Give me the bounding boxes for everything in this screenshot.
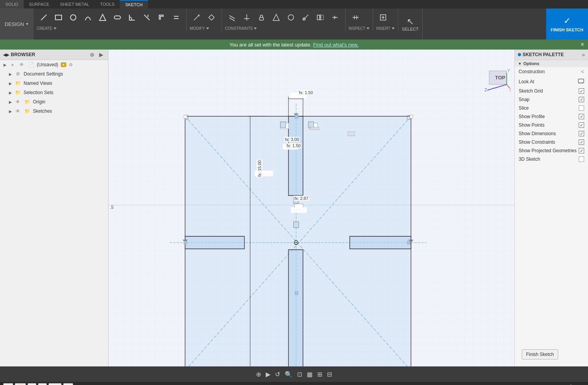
palette-section-label: Options — [523, 61, 540, 66]
fx-label-bottom1: fx: 2.87 — [294, 196, 309, 201]
timeline-end[interactable]: ⏭ — [63, 383, 73, 385]
svg-line-89 — [579, 83, 580, 84]
palette-collapse[interactable]: » — [582, 52, 585, 58]
palette-show-profile[interactable]: Show Profile — [515, 112, 588, 121]
constraint-extra[interactable] — [328, 9, 342, 26]
show-constraints-checkbox[interactable] — [579, 139, 584, 145]
view-cube[interactable]: TOP Y X Z — [483, 65, 507, 88]
nav-icon-zoom[interactable]: 🔍 — [283, 370, 294, 379]
palette-show-constraints[interactable]: Show Constraints — [515, 138, 588, 146]
nav-icon-view[interactable]: ⊟ — [325, 370, 334, 379]
insert-section-label: INSERT — [376, 26, 390, 31]
browser-origin[interactable]: ▶ 👁 📁 Origin — [0, 97, 108, 107]
svg-marker-9 — [53, 28, 57, 29]
construction-icon[interactable]: < — [581, 69, 584, 75]
nav-icon-orbit[interactable]: ↺ — [273, 370, 282, 379]
palette-show-projected[interactable]: Show Projected Geometries — [515, 146, 588, 155]
slice-checkbox[interactable] — [579, 105, 584, 111]
circle-tool[interactable] — [66, 9, 80, 26]
rectangle-tool[interactable] — [52, 9, 65, 26]
browser-title: BROWSER — [11, 52, 35, 57]
browser-named-views[interactable]: ▶ 📁 Named Views — [0, 79, 108, 88]
palette-look-at[interactable]: Look At — [515, 76, 588, 87]
nav-icon-2[interactable]: ▶ — [264, 370, 272, 379]
look-at-icon[interactable] — [578, 78, 584, 85]
browser-document-settings[interactable]: ▶ ⚙ Document Settings — [0, 69, 108, 79]
fillet-tool[interactable] — [125, 9, 139, 26]
svg-rect-39 — [289, 250, 303, 366]
tab-sheet-metal[interactable]: SHEET METAL — [55, 0, 95, 9]
constraint-mirror[interactable] — [313, 9, 327, 26]
timeline-settings[interactable]: ⚙ — [576, 383, 585, 385]
fx-label-inner2: fx: 1.50 — [286, 143, 301, 148]
tab-solid[interactable]: SOLID — [0, 0, 24, 9]
offset-tool[interactable] — [155, 9, 168, 26]
3d-sketch-checkbox[interactable] — [579, 156, 584, 162]
palette-options-header[interactable]: ▼ Options — [515, 60, 588, 67]
svg-marker-3 — [100, 14, 106, 21]
trim-tool[interactable] — [140, 9, 154, 26]
modify-tool-2[interactable] — [205, 9, 218, 26]
equal-tool[interactable] — [169, 9, 183, 26]
design-button[interactable]: DESIGN ▼ — [0, 9, 34, 40]
constraint-perpendicular[interactable] — [240, 9, 254, 26]
constraint-triangle[interactable] — [269, 9, 283, 26]
triangle-tool[interactable] — [96, 9, 110, 26]
nav-icon-display[interactable]: ▦ — [305, 370, 314, 379]
palette-3d-sketch[interactable]: 3D Sketch — [515, 155, 588, 163]
show-profile-checkbox[interactable] — [579, 114, 584, 119]
timeline-play-prev[interactable]: ◀ — [28, 383, 36, 385]
palette-show-dimensions[interactable]: Show Dimensions — [515, 129, 588, 138]
palette-title: SKETCH PALETTE — [523, 52, 564, 57]
constraint-circle[interactable] — [284, 9, 298, 26]
finish-sketch-button[interactable]: ✓ FINISH SKETCH — [546, 9, 588, 40]
palette-snap[interactable]: Snap — [515, 95, 588, 104]
browser-sketches[interactable]: ▶ 👁 📁 Sketches — [0, 107, 108, 116]
constraint-tangent[interactable] — [299, 9, 313, 26]
show-projected-checkbox[interactable] — [579, 148, 584, 153]
tab-surface[interactable]: SURFACE — [24, 0, 55, 9]
notification-close[interactable]: × — [581, 41, 584, 48]
inspect-section-label: INSPECT — [349, 26, 365, 31]
arc-tool[interactable] — [81, 9, 95, 26]
line-tool[interactable] — [37, 9, 51, 26]
show-dimensions-checkbox[interactable] — [579, 131, 584, 136]
palette-show-points[interactable]: Show Points — [515, 121, 588, 129]
palette-sketch-grid[interactable]: Sketch Grid — [515, 87, 588, 95]
browser-item-unsaved[interactable]: ▶ ● 👁 📄 (Unsaved) ● ⚙ — [0, 60, 108, 69]
slot-tool[interactable] — [110, 9, 124, 26]
show-points-checkbox[interactable] — [579, 122, 584, 128]
design-dropdown-icon: ▼ — [26, 22, 29, 26]
palette-finish-sketch-btn[interactable]: Finish Sketch — [522, 349, 558, 359]
snap-checkbox[interactable] — [579, 97, 584, 102]
svg-line-0 — [41, 15, 46, 20]
sketch-grid-checkbox[interactable] — [579, 88, 584, 94]
finish-sketch-label: FINISH SKETCH — [551, 28, 583, 32]
browser-expand-btn[interactable]: ⊕ — [88, 51, 96, 58]
timeline-prev[interactable]: ⏪ — [15, 383, 26, 385]
notification-bar: You are all set with the latest update. … — [0, 40, 588, 50]
timeline-start[interactable]: ⏮ — [3, 383, 13, 385]
svg-rect-41 — [350, 236, 411, 249]
notification-link[interactable]: Find out what's new. — [313, 42, 358, 48]
select-button[interactable]: ↖ SELECT — [398, 9, 423, 40]
inspect-tool[interactable] — [349, 9, 363, 26]
timeline-play[interactable]: ▶ — [38, 383, 47, 385]
svg-line-90 — [582, 83, 583, 84]
palette-slice[interactable]: Slice — [515, 104, 588, 112]
nav-icon-grid[interactable]: ⊞ — [316, 370, 324, 379]
browser-collapse-btn[interactable]: ▶ — [98, 51, 105, 58]
timeline-play-next[interactable]: ▶▶ — [48, 383, 62, 385]
nav-icon-1[interactable]: ⊕ — [254, 370, 263, 379]
insert-tool[interactable] — [376, 9, 390, 26]
constraint-parallel[interactable] — [225, 9, 239, 26]
tab-tools[interactable]: TOOLS — [95, 0, 120, 9]
browser-selection-sets[interactable]: ▶ 📁 Selection Sets — [0, 88, 108, 97]
nav-icon-fit[interactable]: ⊡ — [296, 370, 304, 379]
constraint-lock[interactable] — [254, 9, 268, 26]
modify-tool-1[interactable] — [190, 9, 204, 26]
palette-construction[interactable]: Construction < — [515, 67, 588, 76]
svg-rect-60 — [407, 241, 410, 244]
svg-point-43 — [296, 242, 297, 243]
tab-sketch[interactable]: SKETCH — [120, 0, 148, 9]
